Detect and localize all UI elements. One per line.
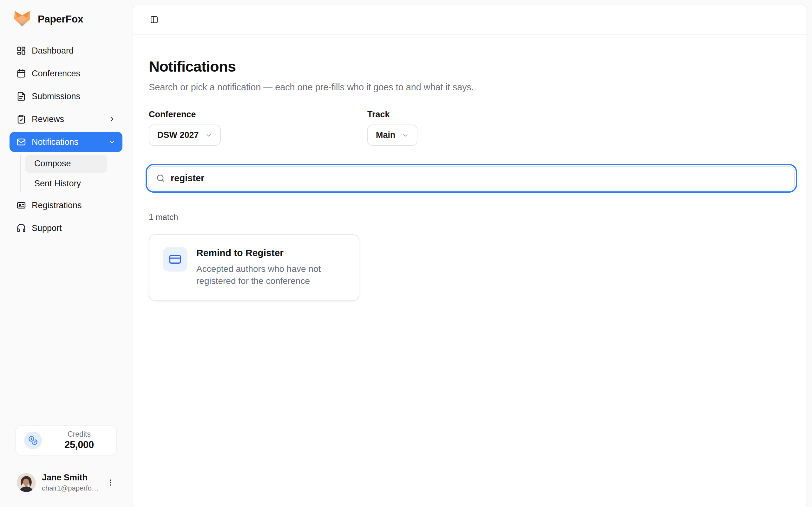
conference-select[interactable]: DSW 2027 (149, 124, 221, 146)
app-logo: PaperFox (14, 11, 83, 27)
sidebar-item-conferences[interactable]: Conferences (9, 63, 122, 83)
calendar-icon (16, 69, 26, 78)
id-card-icon (16, 201, 26, 210)
main-panel: Notifications Search or pick a notificat… (133, 4, 807, 507)
sidebar-subitem-compose[interactable]: Compose (25, 155, 107, 173)
credit-card-icon (163, 247, 188, 272)
sidebar-item-dashboard[interactable]: Dashboard (9, 41, 122, 61)
chevron-down-icon (108, 138, 115, 146)
sidebar-item-label: Notifications (32, 137, 78, 147)
chevron-right-icon (108, 116, 115, 123)
more-vertical-icon[interactable] (105, 476, 117, 489)
mail-icon (16, 137, 26, 147)
sidebar-toggle-icon[interactable] (150, 15, 158, 24)
filters-row: Conference DSW 2027 Track Main (149, 110, 794, 146)
search-box-focus-ring (146, 164, 797, 193)
sidebar-item-submissions[interactable]: Submissions (9, 86, 122, 107)
track-select[interactable]: Main (367, 124, 417, 146)
sidebar-item-label: Support (32, 223, 62, 233)
clipboard-check-icon (16, 114, 26, 124)
notification-template-card[interactable]: Remind to Register Accepted authors who … (149, 234, 359, 301)
chevron-down-icon (205, 132, 212, 139)
sidebar-item-notifications[interactable]: Notifications (9, 132, 122, 152)
sidebar-item-reviews[interactable]: Reviews (9, 109, 122, 129)
track-filter-label: Track (367, 110, 417, 119)
sidebar-nav: Dashboard Conferences Submissions Review… (9, 41, 122, 241)
dashboard-icon (16, 46, 26, 55)
results-count: 1 match (149, 212, 794, 222)
user-email: chair1@paperfo… (42, 484, 99, 493)
sidebar-subitem-sent-history[interactable]: Sent History (25, 175, 107, 193)
search-box (148, 166, 795, 190)
conference-filter-label: Conference (149, 110, 367, 119)
page-title: Notifications (149, 58, 794, 75)
topbar (133, 4, 807, 35)
page-subtitle: Search or pick a notification — each one… (149, 82, 794, 93)
chevron-down-icon (402, 132, 409, 139)
conference-select-value: DSW 2027 (157, 130, 199, 140)
user-name: Jane Smith (42, 473, 99, 483)
notification-card-description: Accepted authors who have not registered… (196, 263, 345, 287)
sidebar-item-label: Submissions (32, 92, 80, 101)
sidebar-item-label: Conferences (32, 69, 80, 78)
sidebar-item-label: Reviews (32, 114, 64, 124)
notification-card-title: Remind to Register (196, 247, 345, 258)
coins-icon (24, 432, 42, 449)
headphones-icon (16, 223, 26, 233)
credits-card: Credits 25,000 (15, 425, 117, 455)
avatar (17, 473, 36, 492)
credits-value: 25,000 (42, 439, 116, 451)
sidebar-subitem-label: Sent History (34, 179, 81, 188)
sidebar-item-label: Dashboard (32, 46, 73, 56)
file-text-icon (16, 92, 26, 101)
notifications-submenu: Compose Sent History (25, 155, 107, 193)
track-select-value: Main (376, 130, 396, 140)
search-icon (156, 174, 165, 183)
paperfox-logo-icon (14, 11, 31, 27)
sidebar-item-label: Registrations (32, 201, 82, 210)
sidebar-subitem-label: Compose (34, 159, 71, 169)
credits-label: Credits (42, 430, 116, 439)
search-input[interactable] (171, 173, 786, 183)
app-name: PaperFox (38, 13, 83, 25)
user-row: Jane Smith chair1@paperfo… (17, 473, 117, 493)
sidebar-item-support[interactable]: Support (9, 218, 122, 238)
sidebar-item-registrations[interactable]: Registrations (9, 195, 122, 216)
sidebar: PaperFox Dashboard Conferences Submissio… (0, 0, 133, 507)
